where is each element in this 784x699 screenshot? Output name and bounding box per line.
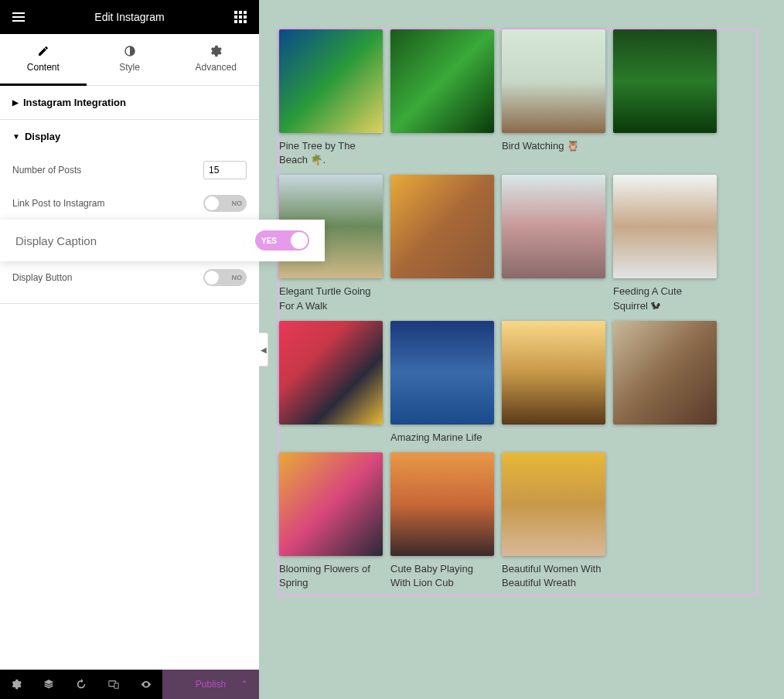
pencil-icon: [37, 45, 49, 57]
publish-label: Publish: [196, 679, 226, 690]
editor-sidebar: Edit Instagram Content Style Advanced ▶ …: [0, 0, 259, 699]
tab-advanced[interactable]: Advanced: [172, 34, 259, 85]
svg-rect-2: [114, 683, 118, 688]
responsive-icon: [108, 679, 119, 690]
row-number-of-posts: Number of Posts: [12, 153, 247, 187]
feed-post[interactable]: Cute Baby Playing With Lion Cub: [390, 452, 494, 590]
post-thumbnail[interactable]: [502, 175, 605, 278]
toggle-knob: [205, 271, 219, 285]
post-caption: Elegant Turtle Going For A Walk: [279, 285, 383, 312]
preview-button[interactable]: [130, 670, 162, 699]
post-thumbnail[interactable]: [613, 321, 717, 425]
menu-button[interactable]: [11, 9, 26, 25]
feed-post[interactable]: Amazing Marine Life: [390, 321, 494, 445]
feed-post[interactable]: [502, 175, 605, 312]
link-post-toggle-value: NO: [232, 199, 243, 207]
display-button-toggle-value: NO: [232, 274, 243, 281]
feed-post[interactable]: Blooming Flowers of Spring: [279, 452, 383, 590]
gear-icon: [11, 679, 22, 690]
post-thumbnail[interactable]: [390, 175, 494, 278]
tab-style[interactable]: Style: [87, 34, 173, 85]
post-thumbnail[interactable]: [279, 452, 383, 556]
history-icon: [76, 679, 87, 690]
post-thumbnail[interactable]: [390, 321, 494, 425]
display-caption-label: Display Caption: [15, 234, 97, 247]
chevron-up-icon: ⌃: [240, 679, 248, 690]
caret-down-icon: ▼: [12, 132, 20, 141]
link-post-label: Link Post to Instagram: [12, 198, 104, 209]
responsive-button[interactable]: [97, 670, 130, 699]
tabs: Content Style Advanced: [0, 34, 259, 86]
feed-post[interactable]: Pine Tree by The Beach 🌴.: [279, 29, 383, 167]
bottom-toolbar: Publish ⌃: [0, 670, 259, 699]
feed-post[interactable]: [390, 175, 494, 312]
canvas: Pine Tree by The Beach 🌴.Bird Watching 🦉…: [259, 0, 784, 699]
post-thumbnail[interactable]: [613, 175, 717, 278]
display-button-label: Display Button: [12, 272, 72, 283]
post-caption: Blooming Flowers of Spring: [279, 562, 383, 590]
toggle-knob: [291, 232, 308, 249]
eye-icon: [140, 679, 152, 690]
post-thumbnail[interactable]: [279, 29, 383, 133]
post-thumbnail[interactable]: [613, 29, 717, 133]
collapse-sidebar-button[interactable]: ◀: [259, 332, 268, 367]
display-caption-toggle[interactable]: YES: [255, 230, 309, 251]
section-integration: ▶ Instagram Integration: [0, 86, 259, 120]
chevron-left-icon: ◀: [261, 346, 267, 354]
row-display-caption: Display Caption YES: [0, 220, 325, 261]
grid-icon: [234, 11, 247, 23]
section-display-body: Number of Posts Link Post to Instagram N…: [0, 153, 259, 303]
post-thumbnail[interactable]: [390, 29, 494, 133]
post-caption: Cute Baby Playing With Lion Cub: [390, 562, 494, 590]
feed-post[interactable]: [613, 29, 717, 167]
post-thumbnail[interactable]: [279, 321, 383, 425]
feed-post[interactable]: [279, 321, 383, 445]
feed-post[interactable]: [502, 321, 605, 445]
post-caption: Amazing Marine Life: [390, 431, 494, 445]
layers-icon: [43, 679, 54, 690]
feed-post[interactable]: Bird Watching 🦉: [502, 29, 605, 167]
hamburger-icon: [12, 12, 25, 22]
post-caption: Bird Watching 🦉: [502, 139, 605, 153]
settings-button[interactable]: [0, 670, 32, 699]
post-caption: Pine Tree by The Beach 🌴.: [279, 139, 383, 167]
post-caption: Feeding A Cute Squirrel 🐿: [613, 285, 717, 312]
gear-icon: [210, 45, 222, 57]
publish-button[interactable]: Publish ⌃: [162, 670, 259, 699]
tab-advanced-label: Advanced: [195, 62, 236, 73]
tab-content-label: Content: [27, 62, 60, 73]
panel-title: Edit Instagram: [26, 11, 233, 23]
sidebar-topbar: Edit Instagram: [0, 0, 259, 34]
tab-style-label: Style: [119, 62, 140, 73]
post-caption: Beautiful Women With Beautiful Wreath: [502, 562, 605, 590]
toggle-knob: [205, 196, 219, 210]
section-integration-title: Instagram Integration: [23, 97, 126, 108]
history-button[interactable]: [65, 670, 97, 699]
post-thumbnail[interactable]: [502, 29, 605, 133]
post-thumbnail[interactable]: [390, 452, 494, 556]
display-caption-toggle-value: YES: [261, 237, 277, 245]
instagram-feed-widget[interactable]: Pine Tree by The Beach 🌴.Bird Watching 🦉…: [278, 28, 758, 596]
tab-content[interactable]: Content: [0, 34, 87, 86]
feed-post[interactable]: [390, 29, 494, 167]
number-of-posts-label: Number of Posts: [12, 165, 81, 176]
feed-post[interactable]: Beautiful Women With Beautiful Wreath: [502, 452, 605, 590]
contrast-icon: [124, 45, 136, 57]
post-thumbnail[interactable]: [502, 452, 605, 556]
feed-post[interactable]: Feeding A Cute Squirrel 🐿: [613, 175, 717, 312]
section-display-header[interactable]: ▼ Display: [0, 120, 259, 153]
section-display: ▼ Display Number of Posts Link Post to I…: [0, 120, 259, 304]
display-button-toggle[interactable]: NO: [203, 269, 247, 286]
section-display-title: Display: [25, 131, 60, 142]
feed-grid: Pine Tree by The Beach 🌴.Bird Watching 🦉…: [279, 29, 752, 590]
row-display-button: Display Button NO: [12, 261, 247, 294]
link-post-toggle[interactable]: NO: [203, 195, 247, 212]
navigator-button[interactable]: [32, 670, 65, 699]
row-link-post: Link Post to Instagram NO: [12, 187, 247, 220]
section-integration-header[interactable]: ▶ Instagram Integration: [0, 86, 259, 119]
number-of-posts-input[interactable]: [203, 161, 247, 179]
post-thumbnail[interactable]: [502, 321, 605, 425]
widgets-button[interactable]: [233, 9, 248, 25]
caret-right-icon: ▶: [12, 98, 19, 107]
feed-post[interactable]: [613, 321, 717, 445]
